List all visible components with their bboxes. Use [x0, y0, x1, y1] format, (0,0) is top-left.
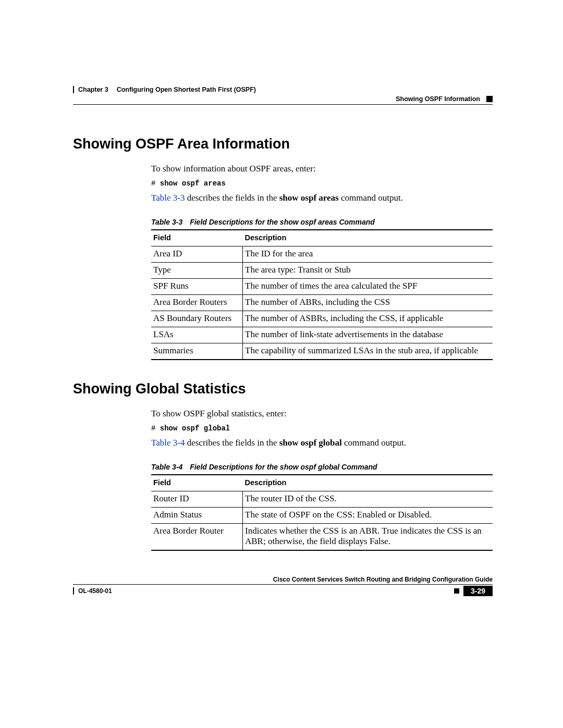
- page-number: 3-29: [463, 586, 493, 596]
- table-row: TypeThe area type: Transit or Stub: [151, 263, 493, 279]
- table-reference-a: Table 3-3 describes the fields in the sh…: [151, 193, 493, 203]
- table-row: SPF RunsThe number of times the area cal…: [151, 279, 493, 295]
- table-3-3-caption: Table 3-3 Field Descriptions for the sho…: [151, 218, 493, 226]
- command-a: show ospf areas: [160, 179, 226, 188]
- table-3-3: Field Description Area IDThe ID for the …: [151, 229, 493, 360]
- chapter-breadcrumb: Chapter 3 Configuring Open Shortest Path…: [73, 86, 493, 93]
- footer-marker-icon: [454, 588, 459, 594]
- section-breadcrumb: Showing OSPF Information: [396, 95, 480, 103]
- intro-text-b: To show OSPF global statistics, enter:: [151, 409, 493, 419]
- heading-show-global-stats: Showing Global Statistics: [73, 381, 493, 397]
- table-row: Area Border RouterIndicates whether the …: [151, 524, 493, 551]
- table-row: Area IDThe ID for the area: [151, 246, 493, 263]
- guide-title: Cisco Content Services Switch Routing an…: [73, 576, 493, 585]
- command-line-b: # show ospf global: [151, 424, 493, 433]
- command-line-a: # show ospf areas: [151, 179, 493, 188]
- header-marker-icon: [486, 96, 493, 102]
- table-row: AS Boundary RoutersThe number of ASBRs, …: [151, 311, 493, 327]
- col-header-field: Field: [151, 230, 243, 246]
- intro-text-a: To show information about OSPF areas, en…: [151, 164, 493, 174]
- command-b: show ospf global: [160, 424, 230, 433]
- table-row: LSAsThe number of link-state advertiseme…: [151, 327, 493, 343]
- table-link-3-3[interactable]: Table 3-3: [151, 193, 185, 203]
- col-header-field: Field: [151, 475, 243, 491]
- col-header-description: Description: [243, 475, 493, 491]
- table-3-4: Field Description Router IDThe router ID…: [151, 474, 493, 551]
- table-reference-b: Table 3-4 describes the fields in the sh…: [151, 438, 493, 448]
- page-footer: Cisco Content Services Switch Routing an…: [73, 576, 493, 596]
- col-header-description: Description: [243, 230, 493, 246]
- table-row: Router IDThe router ID of the CSS.: [151, 491, 493, 508]
- document-id: OL-4580-01: [73, 587, 112, 595]
- table-row: SummariesThe capability of summarized LS…: [151, 343, 493, 360]
- table-link-3-4[interactable]: Table 3-4: [151, 438, 185, 448]
- table-row: Area Border RoutersThe number of ABRs, i…: [151, 295, 493, 311]
- heading-show-ospf-area: Showing OSPF Area Information: [73, 136, 493, 152]
- table-row: Admin StatusThe state of OSPF on the CSS…: [151, 508, 493, 524]
- table-3-4-caption: Table 3-4 Field Descriptions for the sho…: [151, 463, 493, 471]
